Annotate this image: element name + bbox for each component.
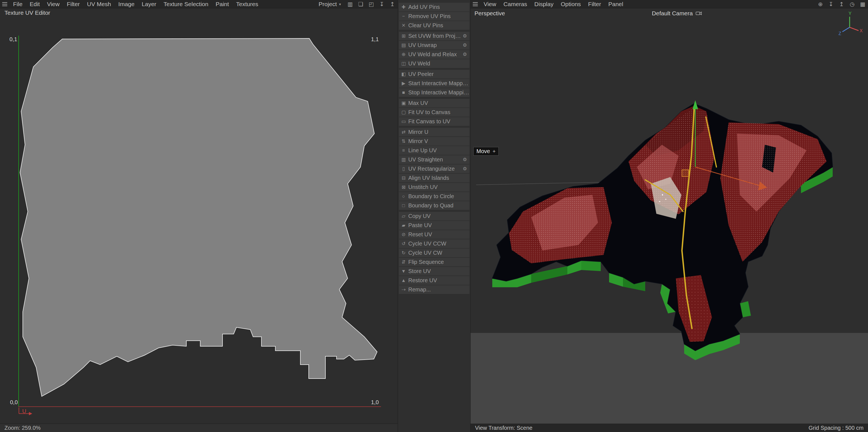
palette-item-flip-sequence[interactable]: ⇵Flip Sequence <box>399 258 469 266</box>
viewport-menu-panel[interactable]: Panel <box>604 0 627 8</box>
palette-item-label: Reset UV <box>408 231 432 238</box>
palette-item-label: Boundary to Circle <box>408 193 454 200</box>
palette-item-uv-weld-and-relax[interactable]: ⊕UV Weld and Relax⚙ <box>399 50 469 59</box>
gear-icon[interactable]: ⚙ <box>463 166 469 172</box>
palette-item-mirror-v[interactable]: ⇅Mirror V <box>399 137 469 146</box>
hamburger-menu-icon[interactable] <box>471 0 480 8</box>
store-icon: ▼ <box>399 268 408 274</box>
gear-icon[interactable]: ⚙ <box>463 42 469 48</box>
perspective-label[interactable]: Perspective <box>474 10 505 17</box>
hamburger-menu-icon[interactable] <box>0 0 9 8</box>
palette-item-clear-uv-pins[interactable]: ✕Clear UV Pins <box>399 21 469 30</box>
menu-layer[interactable]: Layer <box>138 0 160 8</box>
palette-item-reset-uv[interactable]: ⊘Reset UV <box>399 230 469 239</box>
palette-item-boundary-to-quad[interactable]: □Boundary to Quad <box>399 201 469 210</box>
history-icon[interactable]: ◷ <box>847 0 858 8</box>
uv-zoom-statusbar: Zoom: 259.0% <box>0 424 398 432</box>
palette-item-cycle-uv-ccw[interactable]: ↺Cycle UV CCW <box>399 239 469 248</box>
palette-item-uv-rectangularize[interactable]: ▯UV Rectangularize⚙ <box>399 165 469 173</box>
gear-icon[interactable]: ⚙ <box>463 52 469 57</box>
viewport-toolbar: ⊕↧↥◷▦ <box>815 0 868 8</box>
u-axis-line <box>18 406 381 407</box>
gear-icon[interactable]: ⚙ <box>463 157 469 163</box>
palette-item-uv-straighten[interactable]: ▥UV Straighten⚙ <box>399 155 469 164</box>
menu-textures[interactable]: Textures <box>232 0 262 8</box>
viewport-menu-view[interactable]: View <box>480 0 500 8</box>
rectangularize-icon: ▯ <box>399 166 408 172</box>
download-icon[interactable]: ↧ <box>377 0 387 8</box>
uv-editor-menu-items: FileEditViewFilterUV MeshImageLayerTextu… <box>9 0 262 8</box>
viewport-menu-cameras[interactable]: Cameras <box>500 0 531 8</box>
chart-icon[interactable]: ▥ <box>345 0 355 8</box>
axis-z-label: Z <box>839 31 841 36</box>
import-icon[interactable]: ↥ <box>836 0 847 8</box>
palette-group: ◧UV Peeler▶Start Interactive Mapping■Sto… <box>398 70 470 97</box>
palette-item-label: Boundary to Quad <box>408 202 453 209</box>
palette-item-fit-canvas-to-uv[interactable]: ▭Fit Canvas to UV <box>399 117 469 126</box>
palette-item-remap[interactable]: ⇢Remap... <box>399 285 469 294</box>
cycle-cw-icon: ↻ <box>399 250 408 256</box>
export-icon[interactable]: ↧ <box>826 0 836 8</box>
palette-item-label: Unstitch UV <box>408 184 438 191</box>
project-dropdown[interactable]: Project ▾ <box>315 0 345 8</box>
axis-gizmo: Y X Z <box>838 11 863 38</box>
uv-canvas[interactable] <box>0 0 398 432</box>
palette-item-uv-weld[interactable]: ◫UV Weld <box>399 59 469 68</box>
palette-item-paste-uv[interactable]: ▰Paste UV <box>399 221 469 230</box>
viewport-menu-options[interactable]: Options <box>557 0 584 8</box>
uv-toolbar-icons: ▥❏◰↧↥ <box>345 0 398 8</box>
import-icon[interactable]: ↥ <box>387 0 398 8</box>
palette-item-add-uv-pins[interactable]: ✚Add UV Pins <box>399 3 469 11</box>
palette-item-restore-uv[interactable]: ▲Restore UV <box>399 276 469 285</box>
palette-item-stop-interactive-mapping[interactable]: ■Stop Interactive Mapping <box>399 88 469 97</box>
menu-image[interactable]: Image <box>115 0 138 8</box>
palette-item-fit-uv-to-canvas[interactable]: ▢Fit UV to Canvas <box>399 108 469 117</box>
perspective-viewport-pane: ViewCamerasDisplayOptionsFilterPanel ⊕↧↥… <box>471 0 868 432</box>
layers-icon[interactable]: ❏ <box>355 0 366 8</box>
frame-icon[interactable]: ◰ <box>366 0 377 8</box>
palette-item-label: Fit Canvas to UV <box>408 118 450 125</box>
palette-item-label: Remap... <box>408 286 431 293</box>
layout-icon[interactable]: ▦ <box>858 0 868 8</box>
menu-view[interactable]: View <box>43 0 63 8</box>
default-camera-label[interactable]: Default Camera <box>652 10 702 17</box>
palette-item-label: Align UV Islands <box>408 175 449 181</box>
menu-edit[interactable]: Edit <box>26 0 43 8</box>
palette-item-label: Clear UV Pins <box>408 22 443 29</box>
palette-item-set-uvw-from-projection[interactable]: ⊞Set UVW from Projection⚙ <box>399 32 469 40</box>
viewport-menu-display[interactable]: Display <box>531 0 557 8</box>
menu-uv-mesh[interactable]: UV Mesh <box>84 0 115 8</box>
viewport-menu-filter[interactable]: Filter <box>585 0 605 8</box>
uv-island-polygon[interactable] <box>20 38 377 396</box>
palette-item-max-uv[interactable]: ▣Max UV <box>399 99 469 108</box>
camera-name-text: Default Camera <box>652 10 693 17</box>
viewport-toolbar-icons: ⊕↧↥◷▦ <box>815 0 868 8</box>
line-up-icon: ≡ <box>399 148 408 153</box>
palette-item-label: Flip Sequence <box>408 259 444 265</box>
palette-item-uv-unwrap[interactable]: ▤UV Unwrap⚙ <box>399 41 469 50</box>
palette-item-copy-uv[interactable]: ▱Copy UV <box>399 212 469 221</box>
menu-paint[interactable]: Paint <box>212 0 232 8</box>
palette-item-unstitch-uv[interactable]: ⊠Unstitch UV <box>399 183 469 192</box>
palette-item-line-up-uv[interactable]: ≡Line Up UV <box>399 146 469 155</box>
viewport-menubar: ViewCamerasDisplayOptionsFilterPanel ⊕↧↥… <box>471 0 868 8</box>
palette-item-label: Cycle UV CCW <box>408 240 446 247</box>
application-window: FileEditViewFilterUV MeshImageLayerTextu… <box>0 0 868 432</box>
palette-item-mirror-u[interactable]: ⇄Mirror U <box>399 128 469 136</box>
palette-item-store-uv[interactable]: ▼Store UV <box>399 267 469 276</box>
menu-texture-selection[interactable]: Texture Selection <box>160 0 212 8</box>
viewport-sky-background[interactable] <box>471 8 868 333</box>
palette-item-uv-peeler[interactable]: ◧UV Peeler <box>399 70 469 79</box>
palette-item-remove-uv-pins[interactable]: −Remove UV Pins <box>399 12 469 21</box>
gear-icon[interactable]: ⚙ <box>463 33 469 39</box>
palette-item-boundary-to-circle[interactable]: ○Boundary to Circle <box>399 192 469 201</box>
menu-filter[interactable]: Filter <box>63 0 84 8</box>
palette-group: ⊞Set UVW from Projection⚙▤UV Unwrap⚙⊕UV … <box>398 32 470 68</box>
viewport-ground-plane[interactable] <box>471 333 868 424</box>
palette-item-cycle-uv-cw[interactable]: ↻Cycle UV CW <box>399 249 469 257</box>
palette-item-align-uv-islands[interactable]: ⊟Align UV Islands <box>399 174 469 182</box>
palette-item-start-interactive-mapping[interactable]: ▶Start Interactive Mapping <box>399 79 469 88</box>
globe-icon[interactable]: ⊕ <box>815 0 826 8</box>
menu-file[interactable]: File <box>9 0 26 8</box>
palette-group: ✚Add UV Pins−Remove UV Pins✕Clear UV Pin… <box>398 3 470 30</box>
